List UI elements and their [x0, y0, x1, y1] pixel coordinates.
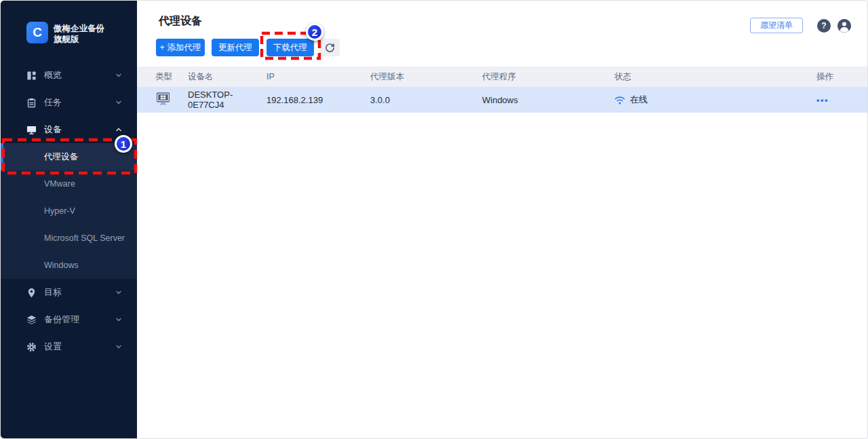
toolbar: + 添加代理 更新代理 下载代理	[156, 39, 340, 56]
tasks-icon	[26, 98, 37, 108]
column-header-type: 类型	[155, 71, 188, 83]
sidebar-item-label: 代理设备	[44, 151, 78, 163]
sidebar-item-vmware[interactable]: VMware	[1, 170, 137, 197]
sidebar-item-overview[interactable]: 概览	[1, 62, 137, 89]
help-icon[interactable]: ?	[817, 19, 831, 33]
devices-submenu: 代理设备 VMware Hyper-V Microsoft SQL Server…	[1, 143, 137, 279]
table-header-row: 类型 设备名 IP 代理版本 代理程序 状态 操作	[137, 66, 868, 87]
column-header-actions: 操作	[816, 71, 868, 83]
selected-indicator	[1, 143, 3, 170]
device-type-cell	[155, 92, 188, 107]
layers-icon	[26, 315, 37, 325]
column-header-agent-program: 代理程序	[482, 71, 614, 83]
chevron-down-icon	[115, 289, 122, 296]
sidebar-item-target[interactable]: 目标	[1, 279, 137, 306]
row-actions-menu-button[interactable]: •••	[816, 95, 829, 105]
add-agent-button[interactable]: + 添加代理	[156, 39, 205, 56]
sidebar-item-label: Windows	[44, 261, 79, 270]
app-title-line1: 傲梅企业备份	[54, 23, 104, 34]
update-agent-button[interactable]: 更新代理	[212, 39, 259, 56]
sidebar-item-label: VMware	[44, 179, 75, 189]
refresh-icon	[325, 43, 335, 53]
sidebar-item-settings[interactable]: 设置	[1, 333, 137, 360]
app-window: C 傲梅企业备份 旗舰版 概览 任务	[0, 0, 868, 439]
main-content: 代理设备 愿望清单 ? + 添加代理 更新代理 下载代理 类型 设备名 IP	[137, 1, 868, 439]
chevron-down-icon	[115, 316, 122, 323]
chevron-down-icon	[115, 72, 122, 79]
sidebar-item-label: 设置	[44, 341, 62, 353]
sidebar-item-tasks[interactable]: 任务	[1, 89, 137, 116]
sidebar: C 傲梅企业备份 旗舰版 概览 任务	[1, 1, 137, 439]
sidebar-item-label: 目标	[44, 286, 62, 299]
refresh-button[interactable]	[319, 39, 340, 56]
overview-icon	[26, 71, 37, 81]
column-header-status: 状态	[614, 71, 816, 83]
wishlist-button[interactable]: 愿望清单	[750, 18, 803, 33]
agent-device-table: 类型 设备名 IP 代理版本 代理程序 状态 操作	[137, 66, 868, 113]
sidebar-item-label: 设备	[44, 123, 62, 136]
sidebar-item-hyperv[interactable]: Hyper-V	[1, 197, 137, 225]
wifi-icon	[614, 96, 625, 104]
status-cell: 在线	[614, 94, 816, 106]
sidebar-item-devices[interactable]: 设备	[1, 116, 137, 143]
agent-program-cell: Windows	[482, 95, 614, 105]
windows-monitor-icon	[155, 92, 171, 105]
page-title: 代理设备	[159, 14, 202, 28]
sidebar-nav: 概览 任务 设备	[1, 62, 137, 360]
chevron-down-icon	[115, 343, 122, 350]
sidebar-item-label: Microsoft SQL Server	[44, 233, 125, 243]
sidebar-item-windows[interactable]: Windows	[1, 252, 137, 279]
app-title: 傲梅企业备份 旗舰版	[54, 22, 104, 45]
sidebar-item-label: Hyper-V	[44, 206, 75, 216]
sidebar-item-label: 任务	[44, 96, 62, 109]
sidebar-item-label: 概览	[44, 69, 62, 81]
monitor-icon	[26, 125, 37, 135]
gear-icon	[26, 342, 37, 352]
chevron-down-icon	[115, 99, 122, 106]
sidebar-item-agent-devices[interactable]: 代理设备	[1, 143, 137, 170]
sidebar-item-backup-management[interactable]: 备份管理	[1, 306, 137, 333]
column-header-agent-version: 代理版本	[370, 71, 482, 83]
topbar-actions: 愿望清单 ?	[750, 18, 851, 33]
agent-version-cell: 3.0.0	[370, 95, 482, 105]
chevron-up-icon	[115, 126, 122, 133]
map-pin-icon	[26, 288, 37, 298]
sidebar-item-mssql[interactable]: Microsoft SQL Server	[1, 225, 137, 252]
user-avatar-icon[interactable]	[837, 19, 851, 33]
device-name-cell: DESKTOP-0E77CJ4	[188, 90, 267, 110]
download-agent-button[interactable]: 下载代理	[267, 39, 314, 56]
sidebar-item-label: 备份管理	[44, 313, 79, 326]
table-row[interactable]: DESKTOP-0E77CJ4 192.168.2.139 3.0.0 Wind…	[137, 87, 868, 113]
app-title-line2: 旗舰版	[54, 34, 104, 45]
app-logo-icon: C	[26, 22, 48, 43]
column-header-device-name: 设备名	[188, 71, 267, 83]
app-logo: C 傲梅企业备份 旗舰版	[1, 1, 137, 45]
device-ip-cell: 192.168.2.139	[267, 95, 370, 105]
column-header-ip: IP	[267, 72, 370, 81]
actions-cell: •••	[816, 95, 868, 105]
status-label: 在线	[630, 94, 648, 106]
